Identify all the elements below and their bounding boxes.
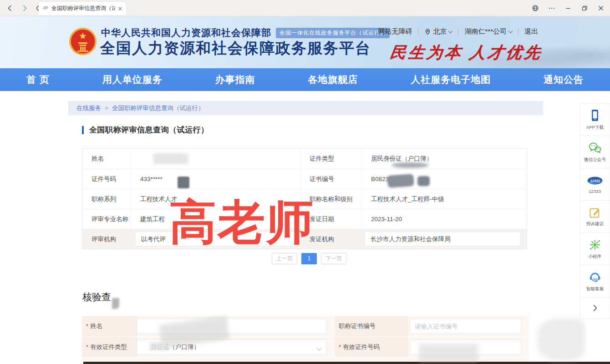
divider [518,28,518,35]
more-menu-icon[interactable] [546,3,557,14]
redaction-blur [417,176,430,186]
row-value: 居民身份证（户口簿） [361,149,527,169]
row-label: 姓名 [82,149,131,169]
table-row: 评审机构 以考代评 发证机构 长沙市人力资源和社会保障局 [82,229,527,249]
phone-icon [588,109,602,122]
bottom-edge-strip [83,362,610,364]
breadcrumb: 在线服务 > 全国职称评审信息查询（试运行） [68,101,543,115]
breadcrumb-current: 全国职称评审信息查询（试运行） [112,104,204,112]
nav-item-guide[interactable]: 办事指南 [215,73,255,86]
row-value: B08233 [361,169,527,189]
table-row: 姓名 证件类型 居民身份证（户口簿） [82,149,527,169]
window-close-icon[interactable] [595,3,606,14]
accessibility-link[interactable]: 网站无障碍 [378,27,412,36]
verify-form-row: * 姓名 职称证书编号 [82,316,529,337]
row-label: 证件类型 [300,149,361,169]
redaction-blur [537,318,585,360]
sidebar-item-miniprogram[interactable]: 小程序 [580,233,610,265]
logout-link[interactable]: 退出 [524,27,538,36]
location-pin-icon [424,28,431,35]
breadcrumb-parent[interactable]: 在线服务 [76,104,101,112]
row-label: 职称名称和级别 [300,189,361,209]
sidebar-item-smart-service[interactable]: 智能客服 [580,265,610,298]
forward-icon[interactable] [19,3,30,14]
chevron-right-icon [590,303,600,313]
location-selector[interactable]: 北京 [424,27,452,36]
required-marker: * [86,323,88,329]
row-value: 433***** [131,169,300,189]
sidebar-item-wechat[interactable]: 微信公众号 [580,136,610,168]
row-label: 证件号码 [82,169,131,189]
minimize-icon[interactable] [563,3,574,14]
account-menu[interactable]: 湖南仁***公司 [464,27,512,36]
divider [418,28,418,35]
redaction-blur [387,174,414,188]
verify-section-heading: 核验查 [82,291,111,303]
sidebar-item-app-download[interactable]: APP下载 [580,104,610,136]
svg-text:12333: 12333 [590,179,600,183]
redaction-blur [419,344,478,362]
nav-item-regional-stores[interactable]: 各地旗舰店 [308,73,358,86]
divider [458,28,458,35]
slogan-calligraphy: 民生为本 人才优先 [389,42,544,63]
site-header: 中华人民共和国人力资源和社会保障部 全国一体化在线政务服务平台（试运行） 全国人… [0,16,610,68]
headset-icon [588,270,602,284]
row-value: 2023-11-20 [361,209,527,229]
row-value: 长沙市人力资源和社会保障局 [361,229,527,249]
required-marker: * [339,344,341,350]
ministry-name: 中华人民共和国人力资源和社会保障部 [101,26,271,39]
tab-title: 全国职称评审信息查询（试运 [51,5,115,12]
main-nav: 首 页 用人单位服务 办事指南 各地旗舰店 人社服务电子地图 通知公告 [0,68,610,91]
browser-tab[interactable]: 全国职称评审信息查询（试运 [39,2,126,15]
current-page-button[interactable]: 1 [301,253,317,264]
miniprogram-icon [588,238,602,252]
platform-title: 全国人力资源和社会保障政务服务平台 [100,38,371,59]
cursor-smudge [112,298,119,309]
screen: 全国职称评审信息查询（试运 [0,0,610,364]
row-label: 评审专业名称 [82,209,131,229]
table-row: 职称系列 工程技术人才 职称名称和级别 工程技术人才_工程师-中级 [82,189,527,209]
tab-close-icon[interactable] [118,5,122,13]
row-value: 以考代评 [131,229,300,249]
floating-sidebar: APP下载 微信公众号 12333 12333 [580,103,610,319]
wechat-icon [588,141,602,155]
sidebar-collapse-button[interactable] [580,298,610,318]
restore-icon[interactable] [579,3,590,14]
prev-page-button[interactable]: 上一页 [272,253,297,264]
table-row: 评审专业名称 建筑工程 发证日期 2023-11-20 [82,209,527,229]
required-marker: * [86,344,88,350]
breadcrumb-separator: > [105,105,108,111]
field-label: * 姓名 [82,316,137,336]
sidebar-item-12333[interactable]: 12333 12333 [580,168,610,201]
page-title: 全国职称评审信息查询（试运行） [89,125,209,135]
nav-item-service-map[interactable]: 人社服务电子地图 [411,73,491,86]
row-value: 工程技术人才 [131,189,300,209]
field-label: * 有效证件类型 [82,337,137,357]
title-marker [82,126,84,134]
row-label: 发证日期 [300,209,361,229]
link-icon [42,5,49,13]
redaction-blur [149,342,168,350]
platform-badge: 全国一体化在线政务服务平台（试运行） [276,28,390,38]
next-page-button[interactable]: 下一页 [321,253,346,264]
nav-item-employer-services[interactable]: 用人单位服务 [102,73,163,86]
row-value: 工程技术人才_工程师-中级 [361,189,527,209]
table-row: 证件号码 433***** 证书编号 B08233 [82,169,527,189]
chevron-down-icon [448,29,453,33]
result-table: 姓名 证件类型 居民身份证（户口簿） 证件号码 433***** 证书编号 B0… [82,148,527,249]
sidebar-item-feedback[interactable]: 投诉建议 [580,201,610,233]
row-label: 职称系列 [82,189,131,209]
row-value: 建筑工程 [131,209,300,229]
redaction-blur [391,162,429,168]
badge-12333-icon: 12333 [586,175,604,187]
row-label: 证书编号 [300,169,361,189]
row-label: 评审机构 [82,229,131,249]
cert-no-input[interactable] [410,318,521,334]
back-icon[interactable] [5,3,15,14]
globe-icon[interactable] [530,3,541,14]
chevron-down-icon [508,29,513,33]
redaction-blur [153,153,188,164]
nav-item-home[interactable]: 首 页 [26,73,50,86]
national-emblem-icon [68,25,97,62]
nav-item-notices[interactable]: 通知公告 [544,73,584,86]
